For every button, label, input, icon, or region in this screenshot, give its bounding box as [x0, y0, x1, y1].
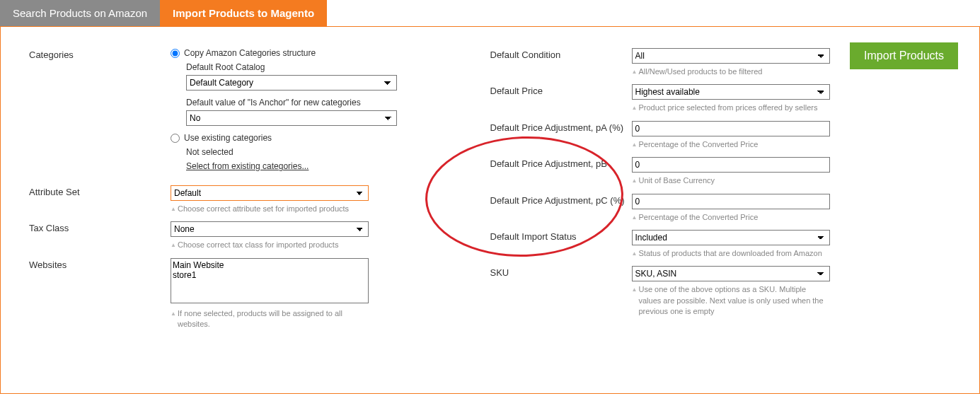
tab-import-products[interactable]: Import Products to Magento: [160, 0, 327, 26]
default-import-status-select[interactable]: Included: [632, 230, 830, 245]
price-adjustment-pb-label: Default Price Adjustment, pB: [490, 157, 632, 169]
websites-hint: If none selected, products will be assig…: [171, 308, 369, 330]
default-import-status-label: Default Import Status: [490, 230, 632, 242]
categories-not-selected: Not selected: [186, 147, 397, 157]
tab-search-products[interactable]: Search Products on Amazon: [0, 0, 160, 26]
sku-hint: Use one of the above options as a SKU. M…: [632, 284, 830, 317]
price-adjustment-pc-hint: Percentage of the Converted Price: [632, 212, 830, 223]
default-root-catalog-select[interactable]: Default Category: [186, 75, 397, 91]
price-adjustment-pc-input[interactable]: [632, 194, 830, 209]
select-existing-categories-link[interactable]: Select from existing categories...: [186, 161, 309, 171]
use-existing-categories-label: Use existing categories: [184, 133, 272, 143]
is-anchor-label: Default value of "Is Anchor" for new cat…: [186, 98, 397, 107]
websites-label: Websites: [29, 258, 171, 270]
tax-class-label: Tax Class: [29, 221, 171, 233]
price-adjustment-pa-label: Default Price Adjustment, pA (%): [490, 121, 632, 133]
sku-select[interactable]: SKU, ASIN: [632, 266, 830, 281]
import-panel: Import Products Categories Copy Amazon C…: [0, 26, 980, 394]
tax-class-hint: Choose correct tax class for imported pr…: [171, 240, 369, 250]
categories-label: Categories: [29, 48, 171, 60]
price-adjustment-pa-input[interactable]: [632, 121, 830, 136]
default-condition-select[interactable]: All: [632, 48, 830, 64]
default-price-hint: Product price selected from prices offer…: [632, 103, 830, 113]
import-products-button[interactable]: Import Products: [850, 42, 958, 69]
attribute-set-select[interactable]: Default: [171, 185, 369, 201]
left-column: Categories Copy Amazon Categories struct…: [29, 48, 490, 337]
copy-amazon-categories-label: Copy Amazon Categories structure: [184, 48, 316, 58]
default-root-catalog-label: Default Root Catalog: [186, 62, 397, 72]
attribute-set-label: Attribute Set: [29, 185, 171, 197]
price-adjustment-pb-hint: Unit of Base Currency: [632, 175, 830, 186]
right-column: Default Condition All All/New/Used produ…: [490, 48, 952, 337]
price-adjustment-pa-hint: Percentage of the Converted Price: [632, 139, 830, 150]
is-anchor-select[interactable]: No: [186, 110, 397, 126]
tax-class-select[interactable]: None: [171, 221, 369, 237]
tab-bar: Search Products on Amazon Import Product…: [0, 0, 980, 26]
default-condition-hint: All/New/Used products to be filtered: [632, 66, 830, 77]
default-import-status-hint: Status of products that are downloaded f…: [632, 248, 830, 259]
default-price-select[interactable]: Highest available: [632, 84, 830, 100]
default-price-label: Default Price: [490, 84, 632, 96]
sku-label: SKU: [490, 266, 632, 278]
use-existing-categories-radio[interactable]: [171, 134, 180, 143]
default-condition-label: Default Condition: [490, 48, 632, 60]
websites-listbox[interactable]: [171, 258, 369, 303]
copy-amazon-categories-radio[interactable]: [171, 49, 180, 58]
price-adjustment-pc-label: Default Price Adjustment, pC (%): [490, 194, 632, 206]
attribute-set-hint: Choose correct attribute set for importe…: [171, 204, 369, 214]
price-adjustment-pb-input[interactable]: [632, 157, 830, 173]
